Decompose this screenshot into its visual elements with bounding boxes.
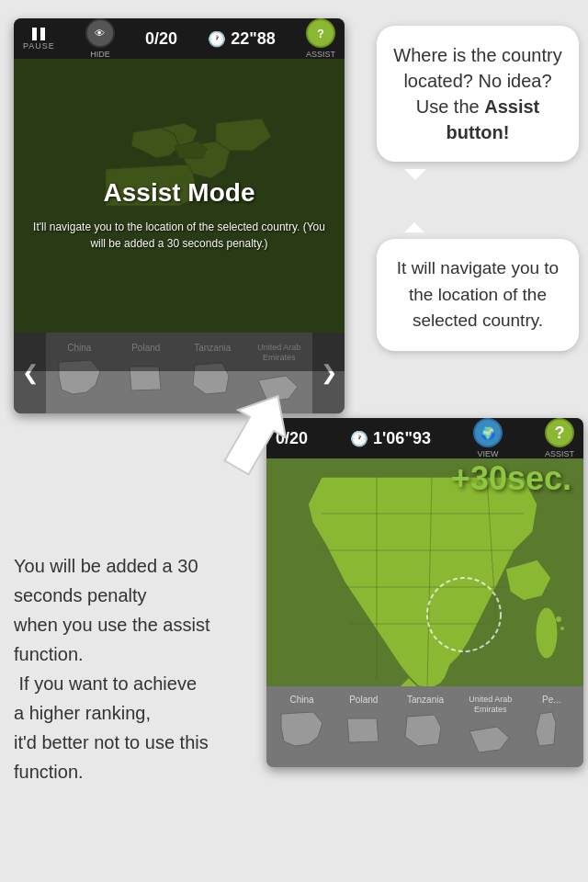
country-item-bottom[interactable]: Tanzania [399,695,452,751]
pause-label: PAUSE [23,41,55,51]
svg-point-5 [560,627,564,630]
country-name-bottom: United ArabEmirates [469,695,512,715]
instruction-line-2: seconds penalty [14,585,147,605]
assist-mode-overlay: Assist Mode It'll navigate you to the lo… [14,59,345,371]
assist-mode-title: Assist Mode [104,178,255,208]
assist-label: ASSIST [306,50,335,59]
top-game-screen: PAUSE 👁 HIDE 0/20 🕐 22"88 ? ASSIST [14,18,345,413]
country-name-bottom: China [290,695,314,706]
instruction-line-1: You will be added a 30 [14,556,198,576]
svg-point-4 [556,616,561,622]
top-toolbar: PAUSE 👁 HIDE 0/20 🕐 22"88 ? ASSIST [14,18,345,59]
penalty-text: +30sec. [451,459,571,498]
map-area-top: Assist Mode It'll navigate you to the lo… [14,59,345,371]
speech-bottom-text: It will navigate you to the location of … [397,258,559,330]
assist-button-top[interactable]: ? ASSIST [306,18,335,59]
view-button[interactable]: 🌍 VIEW [473,418,503,458]
instruction-line-3: when you use the assist [14,615,209,635]
hide-button[interactable]: 👁 HIDE [85,18,115,59]
country-strip-bottom: China Poland Tanzania United ArabEmirate… [266,686,583,767]
left-text-panel: You will be added a 30 seconds penalty w… [14,551,248,786]
timer-display: 🕐 22"88 [208,29,276,49]
assist-icon: ? [306,18,335,48]
view-icon: 🌍 [473,418,503,447]
country-name-bottom: Poland [349,695,378,706]
pause-button[interactable]: PAUSE [23,28,55,51]
bottom-toolbar: 0/20 🕐 1'06"93 🌍 VIEW ? ASSIST [266,418,583,458]
bottom-timer-value: 1'06"93 [373,429,431,448]
assist-mode-desc: It'll navigate you to the location of th… [14,219,345,252]
speech-bubble-bottom: It will navigate you to the location of … [377,239,579,351]
country-item-bottom[interactable]: China [276,695,329,751]
clock-icon-bottom: 🕐 [350,430,368,447]
country-item-bottom[interactable]: Poland [337,695,390,751]
hide-icon: 👁 [85,18,115,48]
country-name-bottom: Tanzania [407,695,444,706]
pause-icon [32,28,45,40]
instructions-text: You will be added a 30 seconds penalty w… [14,551,248,786]
view-label: VIEW [477,449,498,458]
country-item-bottom[interactable]: United ArabEmirates [460,695,520,760]
instruction-line-5: If you want to achieve [14,673,197,694]
question-icon: ? [545,418,574,447]
assist-button-bottom[interactable]: ? ASSIST [545,418,574,458]
speech-bubble-top: Where is the country located? No idea? U… [377,26,579,162]
assist-label-bottom: ASSIST [545,449,574,458]
bottom-country-labels: China Poland Tanzania United ArabEmirate… [266,695,583,760]
instruction-line-7: it'd better not to use this [14,732,209,752]
hide-label: HIDE [90,50,110,59]
big-arrow [211,386,303,478]
score-display: 0/20 [145,29,177,49]
svg-marker-0 [213,386,302,478]
clock-icon: 🕐 [208,30,226,48]
svg-point-3 [536,607,558,659]
instruction-line-4: function. [14,644,84,664]
country-item-bottom[interactable]: Pe... [528,695,574,751]
bottom-timer: 🕐 1'06"93 [350,429,431,448]
instruction-line-8: function. [14,762,84,782]
country-name-bottom: Pe... [542,695,561,706]
instruction-line-6: a higher ranking, [14,703,151,723]
timer-value: 22"88 [231,29,276,49]
